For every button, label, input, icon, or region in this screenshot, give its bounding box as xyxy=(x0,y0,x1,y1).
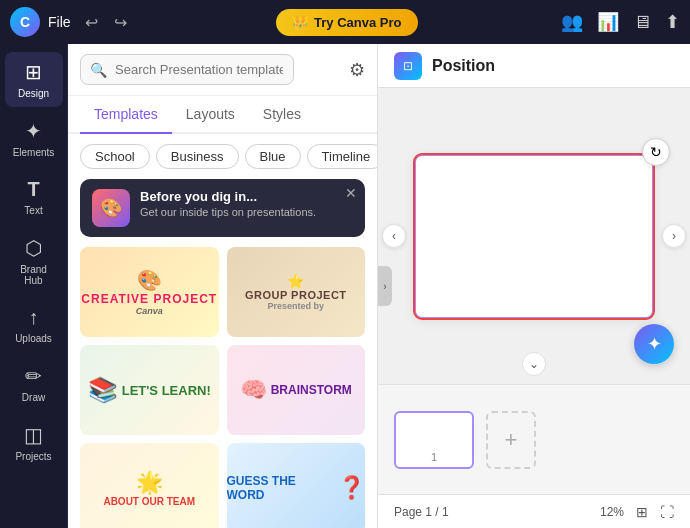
add-slide-button[interactable]: + xyxy=(486,411,536,469)
sidebar-item-draw[interactable]: ✏ Draw xyxy=(5,356,63,411)
share-users-icon[interactable]: 👥 xyxy=(561,11,583,33)
elements-icon: ✦ xyxy=(25,119,42,143)
template-grid: 🎨 CREATIVE PROJECT Canva ⭐ GROUP PROJECT… xyxy=(68,247,377,528)
template-creative-title: CREATIVE PROJECT xyxy=(81,292,217,306)
panel-collapse-button[interactable]: › xyxy=(378,266,392,306)
design-icon: ⊞ xyxy=(25,60,42,84)
status-bar: Page 1 / 1 12% ⊞ ⛶ xyxy=(378,494,690,528)
slide-number: 1 xyxy=(431,451,437,463)
tab-layouts[interactable]: Layouts xyxy=(172,96,249,134)
template-card-group[interactable]: ⭐ GROUP PROJECT Presented by xyxy=(227,247,366,337)
publish-icon[interactable]: ⬆ xyxy=(665,11,680,33)
panel-wrapper: 🔍 ⚙ Templates Layouts Styles School Busi… xyxy=(68,44,378,528)
projects-icon: ◫ xyxy=(24,423,43,447)
promo-icon: 🎨 xyxy=(92,189,130,227)
tag-blue[interactable]: Blue xyxy=(245,144,301,169)
rotate-handle[interactable]: ↻ xyxy=(642,138,670,166)
pro-label: Try Canva Pro xyxy=(314,15,401,30)
tag-timeline[interactable]: Timeline xyxy=(307,144,377,169)
redo-button[interactable]: ↪ xyxy=(108,9,133,36)
crown-icon: 👑 xyxy=(292,15,308,30)
template-creative-sub: Canva xyxy=(136,306,163,316)
sidebar-item-brand-hub-label: Brand Hub xyxy=(11,264,57,286)
promo-text: Before you dig in... Get our inside tips… xyxy=(140,189,316,218)
position-icon: ⊡ xyxy=(394,52,422,80)
promo-banner: 🎨 Before you dig in... Get our inside ti… xyxy=(80,179,365,237)
panel-tabs: Templates Layouts Styles xyxy=(68,96,377,134)
draw-icon: ✏ xyxy=(25,364,42,388)
template-card-brainstorm[interactable]: 🧠 BRAINSTORM xyxy=(227,345,366,435)
template-card-guess[interactable]: GUESS THE WORD ❓ xyxy=(227,443,366,528)
template-card-learn[interactable]: 📚 LET'S LEARN! xyxy=(80,345,219,435)
file-menu[interactable]: File xyxy=(48,14,71,30)
topbar: C File ↩ ↪ 👑 Try Canva Pro 👥 📊 🖥 ⬆ xyxy=(0,0,690,44)
promo-title: Before you dig in... xyxy=(140,189,316,204)
template-group-title: GROUP PROJECT xyxy=(245,289,347,301)
page-label: Page 1 / 1 xyxy=(394,505,449,519)
slide-frame[interactable]: ↻ xyxy=(414,154,654,319)
sidebar-item-uploads-label: Uploads xyxy=(15,333,52,344)
present-icon[interactable]: 🖥 xyxy=(633,12,651,33)
sidebar-item-design-label: Design xyxy=(18,88,49,99)
filter-button[interactable]: ⚙ xyxy=(349,59,365,81)
position-title: Position xyxy=(432,57,495,75)
template-about-title: ABOUT OUR TEAM xyxy=(103,496,195,507)
sidebar-item-text[interactable]: T Text xyxy=(5,170,63,224)
canvas-scroll-down[interactable]: ⌄ xyxy=(522,352,546,376)
sidebar-item-design[interactable]: ⊞ Design xyxy=(5,52,63,107)
fullscreen-button[interactable]: ⛶ xyxy=(660,504,674,520)
topbar-right: 👥 📊 🖥 ⬆ xyxy=(561,11,680,33)
grid-view-button[interactable]: ⊞ xyxy=(636,504,648,520)
main-layout: ⊞ Design ✦ Elements T Text ⬡ Brand Hub ↑… xyxy=(0,44,690,528)
template-guess-title: GUESS THE WORD xyxy=(227,474,335,502)
topbar-left: C File ↩ ↪ xyxy=(10,7,133,37)
sidebar-item-brand-hub[interactable]: ⬡ Brand Hub xyxy=(5,228,63,294)
tab-templates[interactable]: Templates xyxy=(80,96,172,134)
sidebar-item-projects-label: Projects xyxy=(15,451,51,462)
text-icon: T xyxy=(27,178,39,201)
template-brainstorm-title: BRAINSTORM xyxy=(271,383,352,397)
promo-close-button[interactable]: ✕ xyxy=(345,185,357,201)
promo-subtitle: Get our inside tips on presentations. xyxy=(140,206,316,218)
zoom-level: 12% xyxy=(600,505,624,519)
canvas-scroll-left[interactable]: ‹ xyxy=(382,224,406,248)
tag-business[interactable]: Business xyxy=(156,144,239,169)
icon-sidebar: ⊞ Design ✦ Elements T Text ⬡ Brand Hub ↑… xyxy=(0,44,68,528)
filmstrip: 1 + xyxy=(378,384,690,494)
sidebar-item-draw-label: Draw xyxy=(22,392,45,403)
sidebar-item-uploads[interactable]: ↑ Uploads xyxy=(5,298,63,352)
template-learn-title: LET'S LEARN! xyxy=(122,383,211,398)
sidebar-item-elements-label: Elements xyxy=(13,147,55,158)
search-icon: 🔍 xyxy=(90,62,107,78)
search-input[interactable] xyxy=(80,54,294,85)
tag-school[interactable]: School xyxy=(80,144,150,169)
brand-hub-icon: ⬡ xyxy=(25,236,42,260)
canvas-scroll-right[interactable]: › xyxy=(662,224,686,248)
analytics-icon[interactable]: 📊 xyxy=(597,11,619,33)
tag-pills: School Business Blue Timeline › xyxy=(68,134,377,179)
app-logo: C xyxy=(10,7,40,37)
undo-redo-group: ↩ ↪ xyxy=(79,9,133,36)
sidebar-item-elements[interactable]: ✦ Elements xyxy=(5,111,63,166)
sidebar-item-text-label: Text xyxy=(24,205,42,216)
template-card-creative[interactable]: 🎨 CREATIVE PROJECT Canva xyxy=(80,247,219,337)
canvas-workspace[interactable]: ↻ ‹ › ⌄ ✦ xyxy=(378,88,690,384)
templates-panel: 🔍 ⚙ Templates Layouts Styles School Busi… xyxy=(68,44,378,528)
search-wrapper: 🔍 xyxy=(80,54,341,85)
status-bar-right: 12% ⊞ ⛶ xyxy=(600,504,674,520)
sidebar-item-projects[interactable]: ◫ Projects xyxy=(5,415,63,470)
canvas-header: ⊡ Position xyxy=(378,44,690,88)
undo-button[interactable]: ↩ xyxy=(79,9,104,36)
filmstrip-slide-1[interactable]: 1 xyxy=(394,411,474,469)
template-card-about[interactable]: 🌟 ABOUT OUR TEAM xyxy=(80,443,219,528)
tab-styles[interactable]: Styles xyxy=(249,96,315,134)
canvas-area: ⊡ Position ↻ ‹ › ⌄ ✦ 1 + Page 1 / 1 xyxy=(378,44,690,528)
try-canva-pro-button[interactable]: 👑 Try Canva Pro xyxy=(276,9,417,36)
search-bar: 🔍 ⚙ xyxy=(68,44,377,96)
uploads-icon: ↑ xyxy=(29,306,39,329)
template-group-sub: Presented by xyxy=(267,301,324,311)
ai-magic-button[interactable]: ✦ xyxy=(634,324,674,364)
